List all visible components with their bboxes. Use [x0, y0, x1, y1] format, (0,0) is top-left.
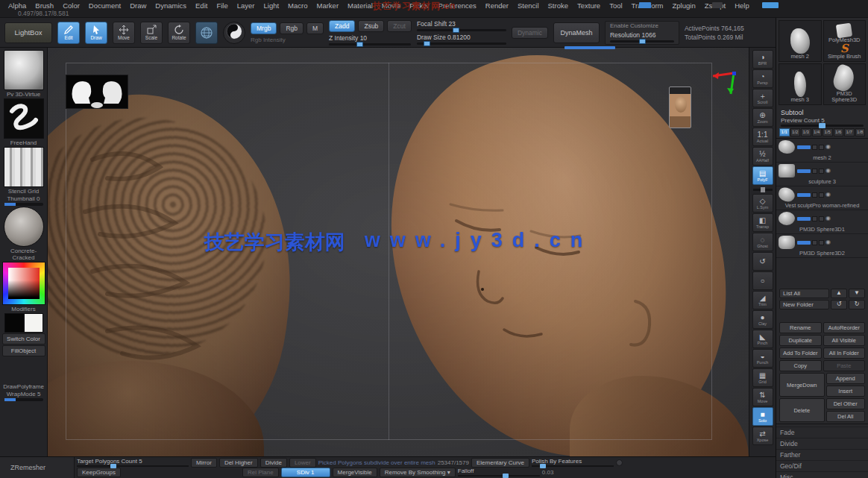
elementary-curve-button[interactable]: Elementary Curve	[471, 458, 529, 468]
menu-material[interactable]: Material	[344, 1, 377, 10]
merge-visible-button[interactable]: MergeVisible	[333, 468, 377, 477]
tool-slot-1[interactable]: mesh 2	[779, 20, 822, 62]
fade-row[interactable]: Fade	[776, 427, 868, 438]
duplicate-button[interactable]: Duplicate	[779, 335, 822, 346]
rgb-button[interactable]: Rgb	[280, 22, 304, 34]
merge-down-button[interactable]: MergeDown	[779, 373, 825, 397]
zcut-button[interactable]: Zcut	[387, 20, 412, 32]
move-down-button[interactable]: ▼	[849, 289, 865, 298]
eye-icon[interactable]: ◉	[825, 239, 831, 245]
subtool-row[interactable]: ◉ Vest sculptPro woman-refined	[776, 186, 868, 210]
xpose-icon[interactable]: ⇄Xpose	[752, 427, 773, 445]
bpr-render-icon[interactable]: ◑BPR	[752, 50, 773, 69]
menu-texture[interactable]: Texture	[573, 1, 604, 10]
tool-slot-4[interactable]: PM3D Sphere3D	[823, 63, 867, 105]
clay-icon[interactable]: ●Clay	[752, 310, 773, 329]
del-all-button[interactable]: Del All	[826, 411, 866, 422]
current-brush-thumbnail[interactable]	[4, 50, 44, 90]
subtool-row[interactable]: ◉ mesh 2	[776, 139, 868, 163]
draw-button[interactable]: Draw	[85, 22, 107, 44]
rename-button[interactable]: Rename	[779, 322, 822, 333]
thumbnail-slider[interactable]	[4, 203, 43, 206]
fraction-active-button[interactable]: 1/1	[779, 128, 790, 136]
axis-gizmo[interactable]	[705, 67, 738, 101]
dynamic-button[interactable]: Dynamic	[512, 27, 548, 39]
eye-icon[interactable]: ◉	[825, 168, 831, 174]
zremesher-label[interactable]: ZRemesher	[0, 457, 75, 478]
rotate-button[interactable]: Rotate	[168, 22, 190, 44]
shelf-mini-slider[interactable]	[753, 186, 773, 193]
paste-button[interactable]: Paste	[823, 360, 866, 371]
mrgb-button[interactable]: Mrgb	[251, 22, 277, 34]
tool-slot-2[interactable]: PolyMesh3D S Simple Brush	[823, 20, 867, 62]
delete-button[interactable]: Delete	[779, 398, 825, 422]
menu-document[interactable]: Document	[85, 1, 125, 10]
scroll-hand-icon[interactable]: ＋Scroll	[752, 89, 773, 107]
fraction-button[interactable]: 1/6	[834, 128, 844, 136]
resolution-slider[interactable]: Resolution 1066	[610, 31, 674, 43]
tool-slot-3[interactable]: mesh 3	[779, 63, 822, 105]
menu-tool[interactable]: Tool	[606, 1, 626, 10]
sdiv-slider[interactable]: SDiv 1	[281, 468, 330, 477]
actual-size-icon[interactable]: 1:1Actual	[752, 128, 773, 146]
list-all-button[interactable]: List All	[779, 289, 829, 298]
lower-button[interactable]: Lower	[289, 458, 316, 468]
globe-toggle[interactable]	[195, 22, 218, 44]
transp-icon[interactable]: ◧Transp	[752, 213, 773, 232]
persp-icon[interactable]: ◔Persp	[752, 69, 773, 88]
new-folder-button[interactable]: New Folder	[779, 300, 829, 309]
move-up-button[interactable]: ▲	[831, 289, 847, 298]
subtool-count-slider[interactable]: Preview Count 5	[781, 117, 864, 127]
subtool-row[interactable]: ◉ PM3D Sphere3D2	[776, 234, 868, 258]
fraction-button[interactable]: 1/3	[801, 128, 811, 136]
fraction-button[interactable]: 1/5	[823, 128, 833, 136]
rel-plane-button[interactable]: Rel Plane	[242, 468, 279, 477]
fraction-button[interactable]: 1/8	[855, 128, 866, 136]
polish-mode-dot-button[interactable]	[616, 459, 623, 466]
eye-icon[interactable]: ◉	[825, 144, 831, 150]
sculpt-canvas[interactable]: 技艺学习素材网 www.jy3d.cn	[48, 48, 749, 456]
insert-button[interactable]: Insert	[826, 386, 866, 397]
sculptris-pro-button[interactable]	[223, 22, 245, 44]
zsub-button[interactable]: Zsub	[358, 20, 384, 32]
menu-light[interactable]: Light	[260, 1, 283, 10]
enable-customize-label[interactable]: Enable Customize	[610, 22, 674, 29]
trim-icon[interactable]: ◢Trim	[752, 291, 773, 309]
current-alpha-thumbnail[interactable]	[4, 147, 44, 187]
target-polygons-slider[interactable]: Target Polygons Count 5	[77, 459, 189, 467]
misc-row[interactable]: Misc	[776, 471, 868, 478]
remove-by-smoothing-button[interactable]: Remove By Smoothing ▾	[380, 468, 456, 477]
punch-icon[interactable]: ◒Punch	[752, 349, 773, 368]
menu-marker[interactable]: Marker	[313, 1, 343, 10]
reference-head-photo[interactable]	[669, 87, 691, 128]
del-higher-button[interactable]: Del Higher	[219, 458, 258, 468]
m-button[interactable]: M	[306, 22, 324, 34]
move-view-icon[interactable]: ⇅Move	[752, 388, 773, 406]
divide-row[interactable]: Divide	[776, 438, 868, 449]
add-to-folder-button[interactable]: Add To Folder	[779, 348, 822, 359]
main-color-swatch[interactable]	[4, 313, 24, 333]
menu-layer[interactable]: Layer	[233, 1, 259, 10]
rotate-view-icon[interactable]: ↺	[752, 252, 773, 271]
menu-zplugin[interactable]: Zplugin	[669, 1, 699, 10]
fill-object-button[interactable]: FillObject	[2, 345, 45, 356]
all-visible-button[interactable]: All Visible	[823, 335, 866, 346]
redo-arrow-button[interactable]: ↻	[849, 300, 865, 309]
menu-stencil[interactable]: Stencil	[514, 1, 543, 10]
dynamesh-button[interactable]: DynaMesh	[553, 22, 600, 43]
menu-render[interactable]: Render	[482, 1, 512, 10]
mirror-button[interactable]: Mirror	[191, 458, 217, 468]
draw-polyframe-label[interactable]: DrawPolyframe	[3, 383, 44, 390]
move-button[interactable]: Move	[113, 22, 135, 44]
fraction-button[interactable]: 1/7	[844, 128, 855, 136]
del-other-button[interactable]: Del Other	[826, 398, 866, 409]
keep-groups-button[interactable]: KeepGroups	[77, 468, 121, 477]
menu-macro[interactable]: Macro	[284, 1, 311, 10]
zoom3d-icon[interactable]: ⊕Zoom	[752, 108, 773, 127]
grid-icon[interactable]: ▦Grid	[752, 368, 773, 387]
alpha-preview-box[interactable]	[66, 75, 128, 109]
scale-button[interactable]: Scale	[140, 22, 163, 44]
append-button[interactable]: Append	[826, 373, 866, 384]
fraction-button[interactable]: 1/2	[790, 128, 801, 136]
divide-button[interactable]: Divide	[260, 458, 287, 468]
